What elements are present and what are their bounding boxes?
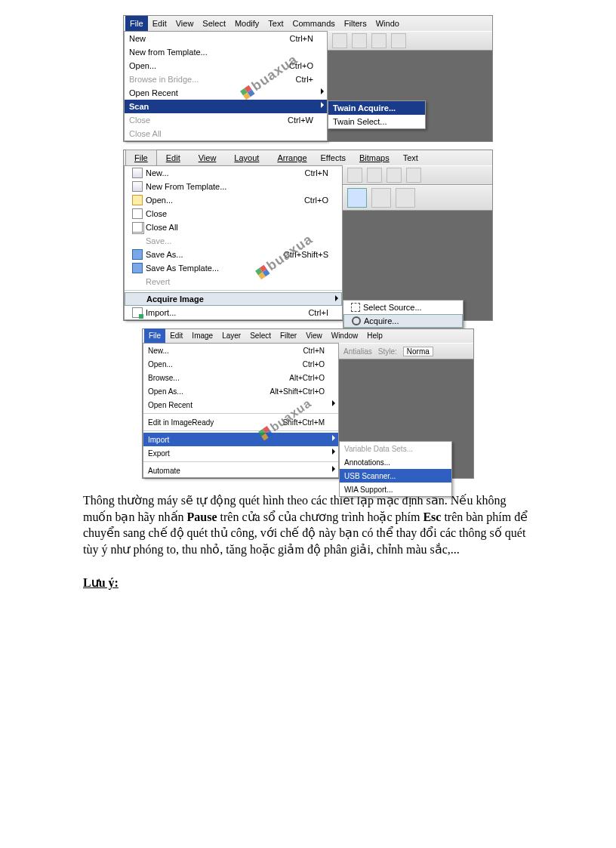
menu-edit[interactable]: Edit xyxy=(148,16,171,31)
menu-bitmaps[interactable]: Bitmaps xyxy=(350,150,399,165)
import-submenu: Variable Data Sets... Annotations... USB… xyxy=(339,441,452,497)
esc-keyword: Esc xyxy=(423,510,441,523)
toolbar-button[interactable] xyxy=(387,168,402,183)
menu-select[interactable]: Select xyxy=(245,328,276,344)
menu-item-open[interactable]: Open...Ctrl+O xyxy=(125,59,327,72)
acquire-icon xyxy=(352,316,361,325)
menu-item-close-all: Close All xyxy=(125,127,327,140)
toolbar-button[interactable] xyxy=(332,33,347,48)
menu-filters[interactable]: Filters xyxy=(340,16,371,31)
menu-item-revert: Revert xyxy=(125,275,342,288)
menu-commands[interactable]: Commands xyxy=(288,16,340,31)
submenu-acquire[interactable]: Acquire... xyxy=(343,314,463,328)
menu-item-import[interactable]: Import xyxy=(143,433,338,446)
menu-item-export[interactable]: Export xyxy=(143,446,338,460)
menu-help[interactable]: Help xyxy=(362,328,387,344)
menu-item-import[interactable]: Import...Ctrl+I xyxy=(125,306,342,319)
select-source-icon xyxy=(351,303,360,312)
chevron-right-icon xyxy=(321,102,324,108)
menu-select[interactable]: Select xyxy=(198,16,230,31)
menu-item-new[interactable]: NewCtrl+N xyxy=(125,32,327,45)
menu-item-save: Save... xyxy=(125,234,342,248)
menu-item-new-template[interactable]: New from Template... xyxy=(125,45,327,59)
menu-modify[interactable]: Modify xyxy=(230,16,263,31)
menu-item-new-template[interactable]: New From Template... xyxy=(125,180,342,193)
open-folder-icon xyxy=(132,195,143,205)
toolbar xyxy=(328,31,492,51)
menubar: File Edit Image Layer Select Filter View… xyxy=(143,329,473,343)
toolbar-button[interactable] xyxy=(347,168,362,183)
menu-item-close: CloseCtrl+W xyxy=(125,113,327,127)
menu-item-edit-imageready[interactable]: Edit in ImageReadyShift+Ctrl+M xyxy=(143,415,338,429)
menu-item-close[interactable]: Close xyxy=(125,207,342,220)
menu-item-open[interactable]: Open...Ctrl+O xyxy=(125,193,342,207)
menu-item-automate[interactable]: Automate xyxy=(143,464,338,477)
chevron-right-icon xyxy=(332,435,335,441)
toolbar-button[interactable] xyxy=(367,168,382,183)
menu-edit[interactable]: Edit xyxy=(165,328,187,344)
menu-item-browse-bridge: Browse in Bridge...Ctrl+ xyxy=(125,72,327,86)
menu-layer[interactable]: Layer xyxy=(217,328,245,344)
menu-item-new[interactable]: New...Ctrl+N xyxy=(143,344,338,357)
submenu-usb-scanner[interactable]: USB Scanner... xyxy=(340,469,451,483)
new-template-icon xyxy=(132,181,143,192)
menu-image[interactable]: Image xyxy=(187,328,217,344)
save-template-icon xyxy=(132,263,143,273)
menu-file[interactable]: File xyxy=(125,16,148,31)
screenshot-photoshop: File Edit Image Layer Select Filter View… xyxy=(142,328,474,479)
menu-file[interactable]: File xyxy=(144,328,165,344)
toolbar-button[interactable] xyxy=(352,33,367,48)
file-dropdown: New...Ctrl+N Open...Ctrl+O Browse...Alt+… xyxy=(143,343,339,478)
menu-item-scan[interactable]: Scan xyxy=(125,100,327,113)
menu-window[interactable]: Window xyxy=(327,328,363,344)
acquire-submenu: Select Source... Acquire... xyxy=(343,300,464,328)
menu-item-open-as[interactable]: Open As...Alt+Shift+Ctrl+O xyxy=(143,384,338,398)
toolbar-button[interactable] xyxy=(371,188,391,208)
close-all-icon xyxy=(132,222,143,233)
menu-view[interactable]: View xyxy=(171,16,199,31)
menubar: File Edit View Layout Arrange Effects Bi… xyxy=(124,150,492,165)
menu-item-browse[interactable]: Browse...Alt+Ctrl+O xyxy=(143,371,338,384)
antialias-label: Antialias xyxy=(343,347,372,356)
menu-effects[interactable]: Effects xyxy=(316,150,350,165)
toolbar-row2 xyxy=(343,185,492,211)
menu-filter[interactable]: Filter xyxy=(276,328,301,344)
menu-item-close-all[interactable]: Close All xyxy=(125,220,342,234)
instruction-paragraph: Thông thường máy sẽ tự động quét hình th… xyxy=(83,492,533,557)
toolbar-button[interactable] xyxy=(347,188,367,208)
menu-item-open-recent[interactable]: Open Recent xyxy=(125,86,327,100)
menu-text[interactable]: Text xyxy=(399,150,423,165)
submenu-twain-select[interactable]: Twain Select... xyxy=(328,115,425,128)
menu-item-save-as[interactable]: Save As...Ctrl+Shift+S xyxy=(125,248,342,261)
menu-layout[interactable]: Layout xyxy=(225,150,268,165)
submenu-annotations[interactable]: Annotations... xyxy=(340,455,451,469)
chevron-right-icon xyxy=(332,449,335,455)
menu-window[interactable]: Windo xyxy=(371,16,404,31)
menu-item-acquire-image[interactable]: Acquire Image xyxy=(125,292,342,306)
screenshot-coreldraw: File Edit View Layout Arrange Effects Bi… xyxy=(123,150,493,321)
menu-edit[interactable]: Edit xyxy=(157,150,189,165)
menu-item-save-template[interactable]: Save As Template... xyxy=(125,261,342,275)
submenu-variable-data: Variable Data Sets... xyxy=(340,442,451,455)
menu-arrange[interactable]: Arrange xyxy=(268,150,316,165)
menu-item-open[interactable]: Open...Ctrl+O xyxy=(143,357,338,371)
toolbar-button[interactable] xyxy=(391,33,406,48)
chevron-right-icon xyxy=(332,400,335,406)
file-dropdown: NewCtrl+N New from Template... Open...Ct… xyxy=(124,31,328,141)
menu-view[interactable]: View xyxy=(189,150,226,165)
menu-view[interactable]: View xyxy=(301,328,327,344)
menu-item-new[interactable]: New...Ctrl+N xyxy=(125,166,342,180)
toolbar-button[interactable] xyxy=(396,188,415,208)
menu-file[interactable]: File xyxy=(125,150,157,166)
toolbar-button[interactable] xyxy=(406,168,421,183)
menu-text[interactable]: Text xyxy=(263,16,288,31)
pause-keyword: Pause xyxy=(187,510,217,523)
menu-item-open-recent[interactable]: Open Recent xyxy=(143,398,338,412)
submenu-select-source[interactable]: Select Source... xyxy=(343,301,463,314)
toolbar-button[interactable] xyxy=(371,33,387,48)
submenu-twain-acquire[interactable]: Twain Acquire... xyxy=(328,101,425,115)
style-value[interactable]: Norma xyxy=(403,347,433,356)
close-icon xyxy=(132,208,143,219)
options-bar: Antialias Style: Norma xyxy=(339,343,473,359)
submenu-wia-support[interactable]: WIA Support... xyxy=(340,483,451,496)
